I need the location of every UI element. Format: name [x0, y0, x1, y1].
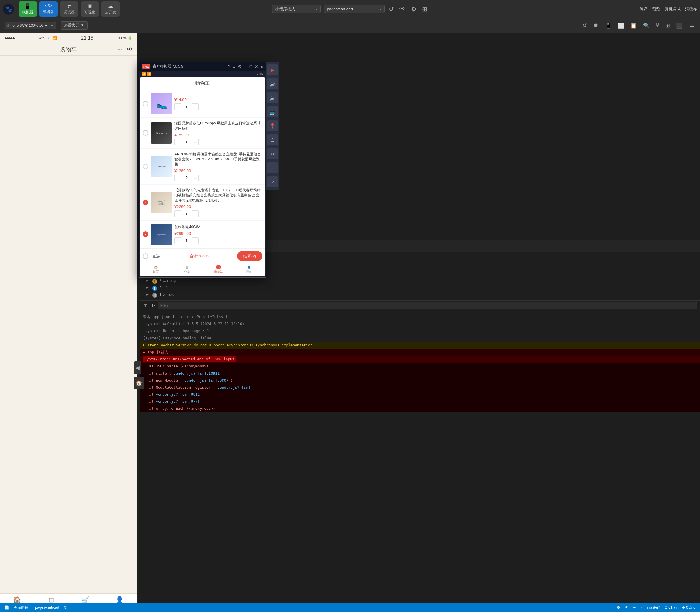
nox-nav-home[interactable]: 🏠 首页: [140, 266, 172, 274]
qty-plus-4[interactable]: +: [192, 210, 199, 217]
qty-minus-3[interactable]: −: [174, 175, 181, 181]
nox-sidebar-more-btn[interactable]: ···: [267, 163, 278, 173]
nox-minimize-icon[interactable]: ─: [244, 64, 247, 69]
checkout-btn[interactable]: 结算(2): [237, 251, 262, 261]
msg-group-info[interactable]: ▶ ℹ 6 info: [143, 285, 697, 292]
path-select[interactable]: pages/cart/cart: [324, 5, 385, 13]
nox-sidebar-scissors-btn[interactable]: ✂: [267, 149, 278, 159]
grid-btn[interactable]: ⊞: [664, 21, 671, 30]
qty-minus-1[interactable]: −: [174, 103, 181, 110]
cart-item-1: 🥿 ¥14.00 − 1 +: [140, 90, 265, 118]
mode-select[interactable]: 小程序模式: [272, 5, 321, 13]
refresh-btn[interactable]: ↺: [388, 4, 395, 14]
qty-minus-2[interactable]: −: [174, 139, 181, 145]
select-all-checkbox[interactable]: [143, 253, 148, 259]
nox-nav-category[interactable]: ⊞ 分类: [172, 266, 202, 274]
visualize-btn[interactable]: ▣ 可视化: [81, 1, 99, 17]
record-btn[interactable]: ⏺: [592, 21, 600, 30]
branch-btn[interactable]: ⑂: [655, 21, 660, 30]
qty-plus-2[interactable]: +: [192, 139, 199, 145]
nox-sidebar-volume-down-btn[interactable]: 🔉: [267, 93, 278, 103]
debugger-icon: ⇄: [67, 3, 71, 9]
preview-btn[interactable]: 预览: [652, 6, 660, 12]
path-select-wrapper[interactable]: pages/cart/cart: [324, 5, 385, 13]
cart-checkbox-5[interactable]: ✓: [143, 232, 148, 237]
filter-toggle-icon[interactable]: ▼: [143, 303, 148, 308]
back-btn[interactable]: ◀: [134, 361, 141, 374]
preview-eye-btn[interactable]: 👁: [398, 4, 407, 14]
nox-close-icon[interactable]: ✕: [255, 64, 258, 69]
cart-name-4: 【爆款热销 闪电发货】古宜(GuYi)G103现代客厅简约电视机柜茶几组合套装成…: [174, 188, 262, 203]
window-btn[interactable]: ⬜: [616, 21, 625, 30]
cloud-btn[interactable]: ☁ 云开发: [102, 1, 120, 17]
branch-name[interactable]: master*: [647, 605, 660, 610]
device-select[interactable]: iPhone 6/7/8 100% 16 ▼: [4, 22, 56, 29]
real-debug-btn[interactable]: 真机调试: [665, 6, 681, 12]
editor-btn[interactable]: </> 编辑器: [39, 1, 57, 17]
nox-sidebar-volume-up-btn[interactable]: 🔊: [267, 79, 278, 89]
nox-settings-icon[interactable]: ⚙: [238, 64, 242, 69]
toolbar-right: 编译 预览 真机调试 清缓存: [640, 6, 697, 12]
copy-path-icon[interactable]: ⧉: [64, 605, 67, 610]
err-link-9776[interactable]: vendor.js? [sm]:9776: [156, 399, 200, 404]
search-btn[interactable]: 🔍: [642, 21, 651, 30]
nox-sidebar-print-btn[interactable]: 🖨: [267, 135, 278, 145]
layers-btn[interactable]: ⊞: [421, 4, 428, 14]
cart-checkbox-3[interactable]: [143, 164, 148, 169]
err-link-register[interactable]: vendor.js? [sm]: [217, 385, 250, 390]
copy-btn[interactable]: 📋: [629, 21, 638, 30]
settings-icon-status[interactable]: ⚙: [617, 605, 620, 610]
hotreload-btn[interactable]: 热重载 开 ▼: [60, 21, 88, 29]
rotate-icon-btn[interactable]: ↺: [581, 21, 588, 30]
camera-icon[interactable]: ⦿: [127, 46, 132, 53]
qty-minus-5[interactable]: −: [174, 237, 181, 244]
msg-group-warnings[interactable]: ▶ ! 3 warnings: [143, 278, 697, 285]
nox-collapse-icon[interactable]: »: [261, 64, 263, 69]
filter-eye-icon[interactable]: 👁: [150, 303, 155, 308]
qty-plus-5[interactable]: +: [192, 237, 199, 244]
err-link-9911[interactable]: vendor.js? [sm]:9911: [156, 392, 200, 397]
translate-btn[interactable]: 编译: [640, 6, 648, 12]
more-icon-status[interactable]: ···: [633, 605, 636, 610]
screen-btn[interactable]: 📱: [604, 21, 612, 30]
nox-home-icon: 🏠: [154, 266, 158, 269]
cart-checkbox-4[interactable]: ✓: [143, 200, 148, 205]
nox-nav-cart[interactable]: 🛒 8 购物车: [202, 266, 233, 274]
home-sidebar[interactable]: 🏠: [134, 377, 144, 389]
nox-nav-mine[interactable]: 👤 我的: [233, 266, 265, 274]
simulator-btn[interactable]: 📱 模拟器: [18, 1, 37, 17]
nox-help-icon[interactable]: ?: [228, 64, 230, 69]
msg-toggle-verbose[interactable]: ▶: [146, 293, 149, 296]
device-select-wrapper[interactable]: iPhone 6/7/8 100% 16 ▼: [4, 22, 56, 29]
cart-checkbox-1[interactable]: [143, 101, 148, 107]
err-link-module[interactable]: vendor.js? [sm]:9807: [185, 378, 229, 382]
qty-plus-3[interactable]: +: [192, 175, 199, 181]
nox-sidebar-screen-btn[interactable]: 📺: [267, 107, 278, 117]
preview-icon-status[interactable]: 👁: [625, 605, 629, 610]
nox-menu-icon[interactable]: ≡: [233, 64, 235, 69]
nox-sidebar-external-btn[interactable]: ↗: [267, 177, 278, 187]
hotreload-label: 热重载 开 ▼: [64, 23, 84, 27]
cloud2-btn[interactable]: ☁: [687, 21, 696, 30]
translate-label: 编译: [640, 6, 648, 12]
nox-sidebar-location-btn[interactable]: 📍: [267, 121, 278, 131]
msg-toggle-warnings[interactable]: ▶: [146, 279, 149, 282]
cart-path[interactable]: pages/cart/cart: [35, 605, 59, 610]
debugger-btn[interactable]: ⇄ 调试器: [60, 1, 78, 17]
clear-cache-btn[interactable]: 清缓存: [685, 6, 697, 12]
split-btn[interactable]: ⬛: [675, 21, 684, 30]
msg-group-verbose[interactable]: ▶ ⚙ 1 verbose: [143, 292, 697, 299]
qty-plus-1[interactable]: +: [192, 103, 199, 110]
mode-select-wrapper[interactable]: 小程序模式: [272, 5, 321, 13]
menu-dots-icon[interactable]: ···: [118, 46, 122, 53]
settings-btn[interactable]: ⚙: [410, 4, 418, 14]
qty-minus-4[interactable]: −: [174, 210, 181, 217]
second-toolbar-icons: ↺ ⏺ 📱 ⬜ 📋 🔍 ⑂ ⊞ ⬛ ☁: [581, 21, 696, 30]
err-link-state[interactable]: vendor.js? [sm]:10921: [173, 371, 219, 376]
cart-checkbox-2[interactable]: [143, 130, 148, 136]
filter-input[interactable]: [158, 302, 697, 309]
msg-toggle-info[interactable]: ▶: [146, 286, 149, 289]
debug-filter-bar: ▼ 👁: [140, 301, 700, 311]
nox-maximize-icon[interactable]: □: [250, 64, 252, 69]
nox-sidebar-expand-btn[interactable]: ▶: [267, 65, 278, 75]
